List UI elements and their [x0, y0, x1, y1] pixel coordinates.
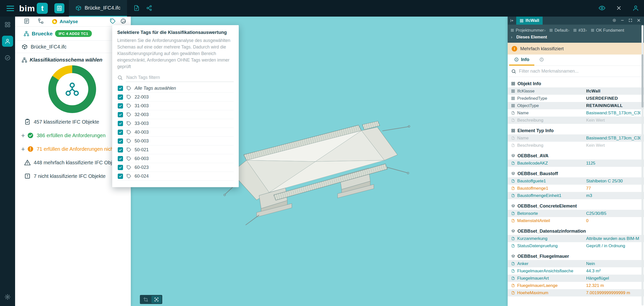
- property-row[interactable]: ObjectType RETAININGWALL: [508, 102, 644, 109]
- form-icon[interactable]: [24, 18, 30, 25]
- breadcrumb-item[interactable]: › #33: [568, 27, 585, 33]
- property-row[interactable]: Beschreibung Kein Wert: [508, 142, 644, 149]
- checkbox-checked[interactable]: [118, 156, 123, 161]
- property-row[interactable]: BaustoffmengeEinheit1 m3: [508, 192, 644, 199]
- palette-icon[interactable]: [120, 18, 126, 25]
- close-icon[interactable]: [616, 5, 622, 12]
- property-group-header[interactable]: OEBBset_Datensatzinformation: [508, 227, 644, 235]
- checkbox-checked[interactable]: [118, 138, 123, 144]
- tag-row[interactable]: 32-003: [117, 110, 234, 119]
- property-row[interactable]: Anker Nein: [508, 260, 644, 267]
- property-group-header[interactable]: OEBBset_AVA: [508, 152, 644, 160]
- property-row[interactable]: Kurzanmerkung Attribute wurden aus BIM-M: [508, 235, 644, 242]
- collapse-left-icon[interactable]: [508, 19, 516, 23]
- checkbox-checked[interactable]: [118, 94, 123, 100]
- property-row[interactable]: Name Basiswand:STB_173cm_C30_: [508, 134, 644, 142]
- property-group-header[interactable]: OEBBset_Fluegelmauer: [508, 252, 644, 260]
- checkbox-checked[interactable]: [118, 174, 123, 179]
- breadcrumb-current-label: Dieses Element: [516, 34, 547, 40]
- breadcrumb-item[interactable]: › OK Fundament: [585, 27, 624, 33]
- tag-row[interactable]: 31-003: [117, 101, 234, 110]
- property-row[interactable]: Betonsorte C25/30/B5: [508, 210, 644, 217]
- tag-label: 40-003: [135, 130, 149, 135]
- settings-icon[interactable]: [612, 18, 616, 23]
- share-icon[interactable]: [146, 5, 152, 12]
- property-row[interactable]: Baustoffmenge1 77: [508, 185, 644, 192]
- user-icon[interactable]: [632, 5, 639, 12]
- property-row[interactable]: Baustoffguete1 Stahlbeton C 25/30: [508, 177, 644, 185]
- doc-check-icon[interactable]: [134, 5, 140, 12]
- gear-icon[interactable]: [2, 291, 13, 302]
- checkbox-checked[interactable]: [118, 121, 123, 126]
- checkbox-checked[interactable]: [118, 165, 123, 170]
- tag-row[interactable]: 50-021: [117, 145, 234, 154]
- classification-donut[interactable]: [48, 65, 96, 113]
- tab-analyse[interactable]: Analyse: [52, 19, 78, 24]
- property-row[interactable]: FluegelmauerLaenge 12.321 m: [508, 282, 644, 289]
- tab-info[interactable]: Info: [509, 55, 534, 66]
- property-group-header[interactable]: OEBBset_ConcreteElement: [508, 202, 644, 210]
- property-row[interactable]: Beschreibung Kein Wert: [508, 117, 644, 124]
- property-row[interactable]: FluegelmauerAnsichtsflaeche 44.3 m²: [508, 267, 644, 275]
- checkbox-checked[interactable]: [118, 103, 123, 109]
- property-group-header[interactable]: OEBBset_Baustoff: [508, 170, 644, 177]
- property-row[interactable]: IfcKlasse IfcWall: [508, 87, 644, 95]
- scrollbar-thumb[interactable]: [641, 54, 643, 108]
- doc-icon: [511, 136, 515, 140]
- maximize-icon[interactable]: [628, 18, 632, 23]
- property-row[interactable]: BauteilcodeAKZ 1125: [508, 160, 644, 167]
- close-icon[interactable]: [636, 18, 641, 23]
- breadcrumb-item[interactable]: › Projektnummer: [511, 27, 544, 33]
- minimize-icon[interactable]: [620, 18, 624, 23]
- expand-plus[interactable]: +: [21, 145, 27, 153]
- crop-icon[interactable]: [141, 296, 151, 303]
- doc-icon: [511, 186, 515, 190]
- property-name: Betonsorte: [517, 211, 538, 216]
- checkbox-checked[interactable]: [118, 130, 123, 135]
- tag-row[interactable]: 22-003: [117, 93, 234, 101]
- user-box-icon[interactable]: [2, 36, 13, 47]
- tag-row[interactable]: 33-003: [117, 119, 234, 128]
- tag-row[interactable]: 60-023: [117, 163, 234, 172]
- chevron-right-icon: ›: [568, 27, 570, 33]
- checkbox-checked[interactable]: [118, 112, 123, 117]
- tag-row[interactable]: 40-003: [117, 128, 234, 137]
- menu-icon[interactable]: [7, 6, 14, 11]
- eye-icon[interactable]: [599, 5, 605, 12]
- ifcwall-tab[interactable]: IfcWall: [516, 17, 543, 25]
- property-row[interactable]: Name Basiswand:STB_173cm_C30_: [508, 109, 644, 117]
- expand-plus[interactable]: +: [21, 132, 27, 139]
- checkbox-checked[interactable]: [118, 147, 123, 152]
- tag-filter-input[interactable]: [126, 73, 234, 82]
- select-all-tags-row[interactable]: Alle Tags auswählen: [117, 84, 234, 93]
- apps-grid-icon[interactable]: [54, 3, 64, 13]
- property-row[interactable]: HoeheMaximum 7.001999999999999 m: [508, 289, 644, 296]
- stat-text: 457 klassifizierte IFC Objekte: [34, 119, 99, 125]
- stat-text: 7 nicht klassifizierte IFC Objekte: [34, 173, 106, 179]
- property-filter-input[interactable]: [519, 69, 640, 74]
- chevron-right-icon: ›: [544, 27, 546, 33]
- property-row[interactable]: PredefinedType USERDEFINED: [508, 95, 644, 102]
- property-row[interactable]: MattenstahlAnteil 0: [508, 217, 644, 224]
- group-title: OEBBset_AVA: [517, 153, 548, 159]
- breadcrumb-item[interactable]: › Default: [544, 27, 568, 33]
- check-circle-icon[interactable]: [2, 52, 13, 63]
- tag-row[interactable]: 60-024: [117, 172, 234, 181]
- property-group-header[interactable]: Element Typ Info: [508, 127, 644, 134]
- model-tab[interactable]: Brücke_IFC4.ifc: [69, 0, 127, 17]
- tag-icon: [126, 121, 131, 126]
- bridge-model[interactable]: [221, 107, 413, 226]
- checkbox-checked[interactable]: [118, 86, 123, 91]
- top-bar: bim t Brücke_IFC4.ifc: [0, 0, 644, 17]
- tag-icon[interactable]: [110, 18, 116, 25]
- tab-issues[interactable]: [534, 55, 549, 66]
- property-row[interactable]: FluegelmauerArt Hängeflügel: [508, 275, 644, 282]
- doc-icon: [511, 262, 515, 266]
- fit-view-icon[interactable]: [151, 296, 162, 303]
- tag-row[interactable]: 60-003: [117, 154, 234, 163]
- property-group-header[interactable]: Objekt Info: [508, 80, 644, 87]
- property-row[interactable]: StatusDatenpruefung Geprüft / in Ordnung: [508, 242, 644, 249]
- tree-icon[interactable]: [38, 18, 44, 25]
- grid-icon[interactable]: [2, 19, 13, 30]
- tag-row[interactable]: 50-003: [117, 137, 234, 145]
